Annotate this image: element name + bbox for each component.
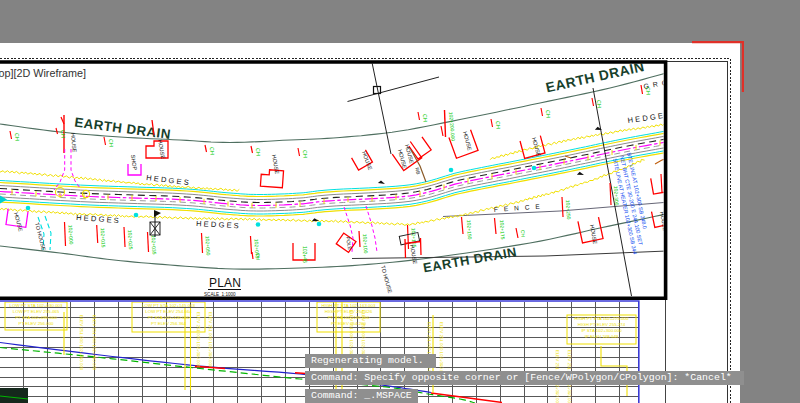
svg-text:CH: CH [422, 114, 428, 122]
svg-text:CH: CH [255, 253, 261, 261]
svg-text:FENCE: FENCE [494, 202, 546, 213]
svg-text:CH: CH [495, 121, 501, 129]
svg-text:HIGH PT STA 102+275.000: HIGH PT STA 102+275.000 [575, 316, 629, 321]
svg-text:LOW PT STA 102+030.003: LOW PT STA 102+030.003 [10, 303, 63, 308]
svg-text:EARTH DRAIN: EARTH DRAIN [544, 59, 645, 95]
svg-text:PT ELEV 256.000: PT ELEV 256.000 [18, 321, 54, 326]
svg-text:102+150: 102+150 [466, 220, 473, 240]
svg-text:CH: CH [596, 100, 602, 108]
svg-text:IP ELEV 248.049: IP ELEV 248.049 [585, 334, 619, 339]
svg-text:ELEV 251.000 102+060.000: ELEV 251.000 102+060.000 [439, 322, 444, 378]
svg-text:CH: CH [545, 110, 551, 118]
svg-text:102+46: 102+46 [302, 246, 308, 263]
svg-text:102+200.000: 102+200.000 [448, 112, 457, 142]
svg-text:HOUSE: HOUSE [531, 137, 542, 158]
svg-text:HOUSE: HOUSE [157, 139, 166, 160]
svg-text:PT ELEV 256.364: PT ELEV 256.364 [151, 321, 187, 326]
svg-text:CH: CH [255, 148, 261, 156]
svg-text:HOUSE: HOUSE [462, 131, 473, 152]
svg-text:102+000: 102+000 [68, 225, 75, 245]
svg-text:ELEV 251.000 102+060.000: ELEV 251.000 102+060.000 [208, 312, 213, 368]
svg-text:HOUSE: HOUSE [13, 212, 24, 233]
svg-text:SCALE 1:1000: SCALE 1:1000 [204, 292, 236, 297]
svg-text:PT STA 102+120.000: PT STA 102+120.000 [148, 315, 190, 320]
svg-text:CH: CH [302, 150, 308, 158]
svg-text:CH: CH [14, 133, 20, 141]
svg-text:PT STA 102+095.000: PT STA 102+095.000 [15, 315, 57, 320]
svg-text:102+250: 102+250 [565, 200, 572, 220]
svg-text:LOW PT ELEV 255.465: LOW PT ELEV 255.465 [13, 309, 60, 314]
svg-text:CH: CH [209, 147, 215, 155]
svg-text:CH: CH [645, 87, 651, 95]
svg-text:ELEV 251.000 102+060.000: ELEV 251.000 102+060.000 [427, 322, 432, 378]
svg-text:PLAN: PLAN [209, 276, 241, 290]
svg-text:LOW PT STA 102+145.003: LOW PT STA 102+145.003 [142, 303, 195, 308]
svg-text:CH: CH [108, 139, 114, 147]
svg-text:SHOP: SHOP [130, 154, 138, 171]
svg-text:HIGH PT STA 102+163.003: HIGH PT STA 102+163.003 [322, 303, 376, 308]
svg-text:102+035: 102+035 [151, 235, 158, 255]
svg-text:102+025: 102+025 [127, 230, 134, 250]
svg-text:ELEV 251.000 102+060.000: ELEV 251.000 102+060.000 [79, 315, 84, 371]
svg-text:HOUSE: HOUSE [271, 154, 280, 175]
svg-text:EARTH DRAIN: EARTH DRAIN [74, 115, 172, 143]
svg-text:LOW PT ELEV 254.664: LOW PT ELEV 254.664 [145, 309, 192, 314]
svg-text:EARTH DRAIN: EARTH DRAIN [422, 244, 518, 275]
svg-text:ELEV 251.000 102+060.000: ELEV 251.000 102+060.000 [92, 315, 97, 371]
svg-text:102+100: 102+100 [362, 234, 369, 254]
svg-text:HEDGES: HEDGES [196, 219, 241, 230]
svg-text:102+015: 102+015 [100, 228, 107, 248]
svg-text:102+050: 102+050 [205, 236, 212, 256]
svg-text:CH: CH [520, 230, 526, 238]
svg-text:HEDGES: HEDGES [76, 213, 121, 225]
svg-text:HIGH PT ELEV 255.274: HIGH PT ELEV 255.274 [578, 322, 626, 327]
svg-text:ELEV 251.000 102+060.000: ELEV 251.000 102+060.000 [196, 312, 201, 368]
svg-text:102+175: 102+175 [499, 220, 506, 240]
svg-text:TO HOUSE: TO HOUSE [380, 265, 393, 295]
svg-text:IP STA 102+300.000: IP STA 102+300.000 [581, 328, 622, 333]
svg-text:RB: RB [414, 167, 422, 176]
svg-text:TO HOUSE: TO HOUSE [735, 228, 750, 257]
svg-text:TO HOUSE: TO HOUSE [34, 222, 47, 252]
svg-text:CH: CH [60, 130, 66, 138]
